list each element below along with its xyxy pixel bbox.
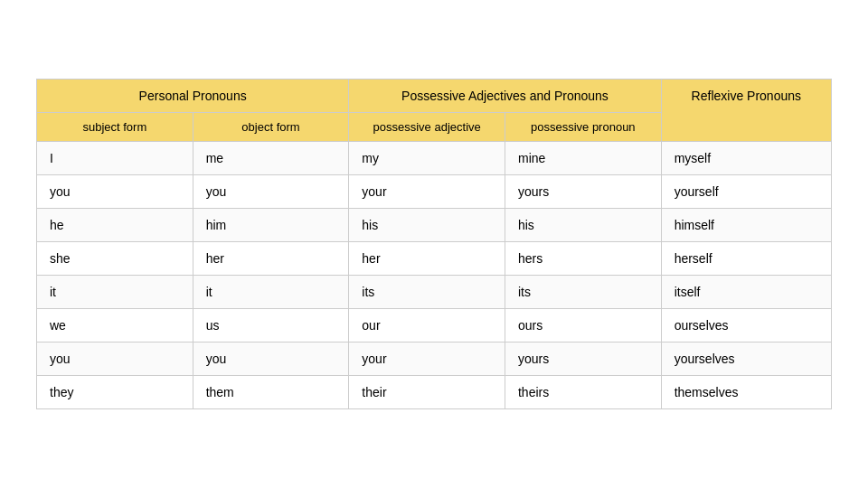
- cell-pos_pro-0: mine: [505, 142, 661, 175]
- cell-object-1: you: [193, 175, 349, 209]
- personal-pronouns-header: Personal Pronouns: [37, 80, 349, 113]
- cell-reflexive-2: himself: [661, 209, 831, 242]
- cell-reflexive-0: myself: [661, 142, 831, 175]
- cell-subject-5: we: [37, 309, 193, 343]
- cell-pos_adj-4: its: [349, 276, 505, 309]
- cell-pos_pro-6: yours: [505, 343, 661, 376]
- table-row: theythemtheirtheirsthemselves: [37, 376, 832, 409]
- cell-subject-3: she: [37, 242, 193, 276]
- cell-pos_pro-5: ours: [505, 309, 661, 343]
- cell-subject-0: I: [37, 142, 193, 175]
- cell-reflexive-7: themselves: [661, 376, 831, 409]
- cell-pos_pro-2: his: [505, 209, 661, 242]
- reflexive-header: Reflexive Pronouns: [661, 80, 831, 142]
- cell-pos_adj-0: my: [349, 142, 505, 175]
- cell-pos_pro-7: theirs: [505, 376, 661, 409]
- cell-pos_adj-2: his: [349, 209, 505, 242]
- cell-subject-2: he: [37, 209, 193, 242]
- table-row: hehimhishishimself: [37, 209, 832, 242]
- cell-subject-1: you: [37, 175, 193, 209]
- table-body: Imemyminemyselfyouyouyouryoursyourselfhe…: [37, 142, 832, 409]
- cell-object-4: it: [193, 276, 349, 309]
- cell-pos_adj-1: your: [349, 175, 505, 209]
- table-row: itititsitsitself: [37, 276, 832, 309]
- cell-reflexive-4: itself: [661, 276, 831, 309]
- cell-pos_pro-4: its: [505, 276, 661, 309]
- cell-object-2: him: [193, 209, 349, 242]
- table-row: youyouyouryoursyourselves: [37, 343, 832, 376]
- cell-object-5: us: [193, 309, 349, 343]
- cell-subject-7: they: [37, 376, 193, 409]
- cell-pos_pro-3: hers: [505, 242, 661, 276]
- cell-object-6: you: [193, 343, 349, 376]
- cell-pos_pro-1: yours: [505, 175, 661, 209]
- possessive-adjective-header: possessive adjective: [349, 113, 505, 142]
- header-row-top: Personal Pronouns Possessive Adjectives …: [37, 80, 832, 113]
- cell-reflexive-1: yourself: [661, 175, 831, 209]
- subject-form-header: subject form: [37, 113, 193, 142]
- cell-subject-6: you: [37, 343, 193, 376]
- cell-reflexive-6: yourselves: [661, 343, 831, 376]
- cell-reflexive-5: ourselves: [661, 309, 831, 343]
- table-row: youyouyouryoursyourself: [37, 175, 832, 209]
- table-row: sheherherhersherself: [37, 242, 832, 276]
- cell-pos_adj-5: our: [349, 309, 505, 343]
- pronoun-table: Personal Pronouns Possessive Adjectives …: [36, 79, 832, 409]
- possessive-header: Possessive Adjectives and Pronouns: [349, 80, 661, 113]
- cell-pos_adj-6: your: [349, 343, 505, 376]
- pronoun-table-wrapper: Personal Pronouns Possessive Adjectives …: [36, 79, 832, 409]
- cell-object-3: her: [193, 242, 349, 276]
- table-row: weusouroursourselves: [37, 309, 832, 343]
- cell-object-7: them: [193, 376, 349, 409]
- object-form-header: object form: [193, 113, 349, 142]
- cell-reflexive-3: herself: [661, 242, 831, 276]
- cell-pos_adj-7: their: [349, 376, 505, 409]
- cell-pos_adj-3: her: [349, 242, 505, 276]
- table-row: Imemyminemyself: [37, 142, 832, 175]
- possessive-pronoun-header: possessive pronoun: [505, 113, 661, 142]
- cell-subject-4: it: [37, 276, 193, 309]
- cell-object-0: me: [193, 142, 349, 175]
